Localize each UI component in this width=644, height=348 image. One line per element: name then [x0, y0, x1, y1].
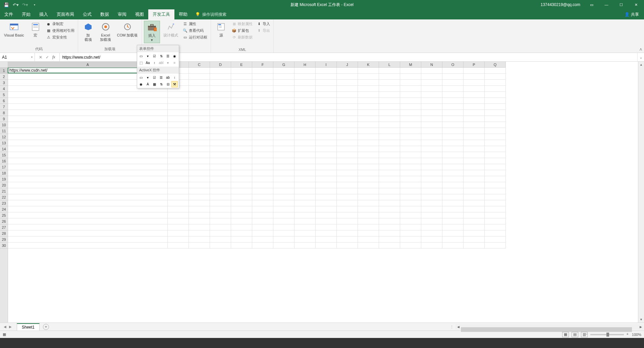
cell-M27[interactable]	[400, 224, 421, 230]
cell-L18[interactable]	[379, 170, 400, 176]
cell-D7[interactable]	[210, 104, 231, 110]
cell-F5[interactable]	[252, 92, 273, 98]
cell-O1[interactable]	[442, 68, 464, 74]
cell-O16[interactable]	[442, 158, 464, 164]
cell-B10[interactable]	[168, 122, 189, 128]
cell-Q1[interactable]	[485, 68, 506, 74]
cell-P25[interactable]	[464, 212, 485, 218]
cell-N15[interactable]	[421, 152, 442, 158]
cell-C6[interactable]	[189, 98, 210, 104]
cell-O6[interactable]	[442, 98, 464, 104]
cell-I14[interactable]	[316, 146, 337, 152]
insert-control-button[interactable]: 插入▾	[144, 21, 160, 43]
cell-P13[interactable]	[464, 140, 485, 146]
cell-P6[interactable]	[464, 98, 485, 104]
cell-L30[interactable]	[379, 242, 400, 249]
cell-P29[interactable]	[464, 236, 485, 242]
cell-C18[interactable]	[189, 170, 210, 176]
cell-L15[interactable]	[379, 152, 400, 158]
horizontal-scrollbar[interactable]: ◀ ▶	[455, 324, 643, 330]
cell-P15[interactable]	[464, 152, 485, 158]
cell-G15[interactable]	[273, 152, 294, 158]
cell-Q17[interactable]	[485, 164, 506, 170]
cell-F21[interactable]	[252, 188, 273, 194]
menu-公式[interactable]: 公式	[78, 9, 96, 19]
col-header-G[interactable]: G	[273, 62, 294, 67]
cell-L16[interactable]	[379, 158, 400, 164]
close-icon[interactable]: ✕	[629, 0, 643, 9]
cell-E29[interactable]	[231, 236, 252, 242]
cell-O21[interactable]	[442, 188, 464, 194]
cell-C15[interactable]	[189, 152, 210, 158]
cell-A27[interactable]	[8, 224, 168, 230]
cell-L2[interactable]	[379, 74, 400, 80]
cell-E11[interactable]	[231, 128, 252, 134]
cell-P5[interactable]	[464, 92, 485, 98]
cell-M28[interactable]	[400, 230, 421, 236]
cell-K18[interactable]	[358, 170, 379, 176]
cell-E9[interactable]	[231, 116, 252, 122]
source-button[interactable]: 源	[213, 21, 229, 38]
cell-O22[interactable]	[442, 194, 464, 200]
cell-C26[interactable]	[189, 218, 210, 224]
row-header-4[interactable]: 4	[0, 86, 8, 92]
cell-G14[interactable]	[273, 146, 294, 152]
col-header-P[interactable]: P	[464, 62, 485, 67]
row-header-30[interactable]: 30	[0, 242, 8, 249]
ribbon-collapse-icon[interactable]: ᐱ	[640, 48, 642, 51]
cell-M18[interactable]	[400, 170, 421, 176]
cell-J25[interactable]	[337, 212, 358, 218]
cell-M16[interactable]	[400, 158, 421, 164]
cell-M25[interactable]	[400, 212, 421, 218]
cell-K16[interactable]	[358, 158, 379, 164]
cell-P14[interactable]	[464, 146, 485, 152]
record-macro-button[interactable]: ⏺录制宏	[45, 21, 76, 27]
cell-H23[interactable]	[294, 200, 316, 206]
save-icon[interactable]: 💾	[3, 1, 10, 8]
menu-文件[interactable]: 文件	[0, 9, 17, 19]
cell-K27[interactable]	[358, 224, 379, 230]
expansion-button[interactable]: 📦扩展包	[230, 27, 254, 34]
cell-A20[interactable]	[8, 182, 168, 188]
cell-J12[interactable]	[337, 134, 358, 140]
col-header-E[interactable]: E	[231, 62, 252, 67]
cell-D8[interactable]	[210, 110, 231, 116]
macro-security-button[interactable]: ⚠宏安全性	[45, 34, 76, 41]
cell-G11[interactable]	[273, 128, 294, 134]
cell-I15[interactable]	[316, 152, 337, 158]
row-header-5[interactable]: 5	[0, 92, 8, 98]
cell-E20[interactable]	[231, 182, 252, 188]
cell-M26[interactable]	[400, 218, 421, 224]
import-button[interactable]: ⬇导入	[255, 21, 271, 27]
cell-K7[interactable]	[358, 104, 379, 110]
cell-B28[interactable]	[168, 230, 189, 236]
cell-K28[interactable]	[358, 230, 379, 236]
zoom-slider[interactable]	[590, 334, 624, 335]
cell-F2[interactable]	[252, 74, 273, 80]
cell-J3[interactable]	[337, 80, 358, 86]
cell-D6[interactable]	[210, 98, 231, 104]
cell-E2[interactable]	[231, 74, 252, 80]
col-header-O[interactable]: O	[442, 62, 464, 67]
cell-C3[interactable]	[189, 80, 210, 86]
cell-H14[interactable]	[294, 146, 316, 152]
activex-control-label-a-icon[interactable]: A	[145, 81, 151, 87]
form-control-scrollbar-icon[interactable]: ↕	[151, 60, 158, 66]
cell-O7[interactable]	[442, 104, 464, 110]
cell-B27[interactable]	[168, 224, 189, 230]
cell-F22[interactable]	[252, 194, 273, 200]
zoom-level[interactable]: 100%	[632, 333, 641, 337]
cell-H5[interactable]	[294, 92, 316, 98]
cell-I9[interactable]	[316, 116, 337, 122]
activex-control-text-box-icon[interactable]: ab	[165, 74, 171, 81]
cell-K21[interactable]	[358, 188, 379, 194]
cell-A19[interactable]	[8, 176, 168, 182]
cell-A23[interactable]	[8, 200, 168, 206]
cell-C22[interactable]	[189, 194, 210, 200]
com-addins-button[interactable]: COM 加载项	[115, 21, 140, 38]
cell-L14[interactable]	[379, 146, 400, 152]
qat-customize-icon[interactable]: ▾	[31, 1, 38, 8]
cell-J24[interactable]	[337, 206, 358, 212]
cell-H17[interactable]	[294, 164, 316, 170]
cell-A14[interactable]	[8, 146, 168, 152]
